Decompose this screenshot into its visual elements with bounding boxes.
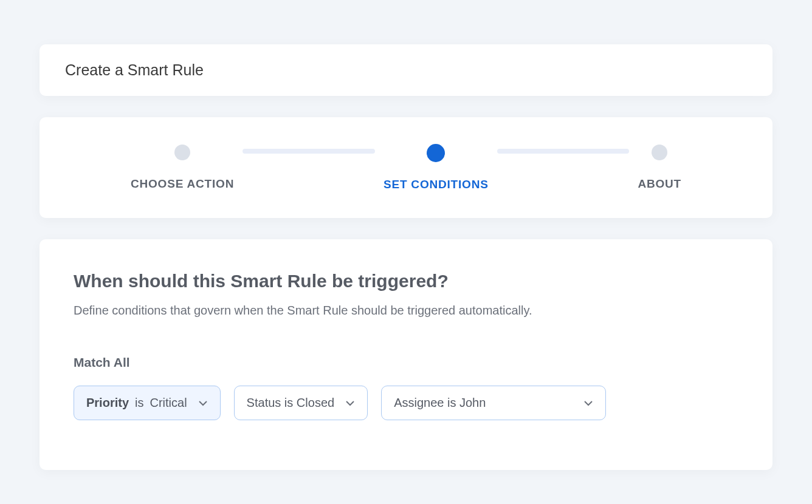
condition-status[interactable]: Status is Closed — [234, 386, 368, 420]
chevron-down-icon — [583, 400, 593, 406]
conditions-row: Priority is Critical Status is Closed As… — [74, 386, 738, 420]
step-choose-action[interactable]: CHOOSE ACTION — [131, 145, 234, 191]
header-card: Create a Smart Rule — [40, 44, 772, 96]
condition-text: Status is Closed — [247, 396, 335, 410]
match-all-label: Match All — [74, 355, 738, 370]
condition-operator: is — [135, 396, 143, 410]
condition-key: Priority — [86, 396, 129, 410]
step-label: CHOOSE ACTION — [131, 177, 234, 191]
conditions-heading: When should this Smart Rule be triggered… — [74, 271, 738, 291]
chevron-down-icon — [198, 400, 208, 406]
chevron-down-icon — [345, 400, 355, 406]
step-dot-icon — [427, 144, 445, 162]
condition-value: Critical — [150, 396, 187, 410]
step-about[interactable]: ABOUT — [638, 145, 681, 191]
step-label: ABOUT — [638, 177, 681, 191]
condition-priority[interactable]: Priority is Critical — [74, 386, 221, 420]
step-connector-line — [243, 149, 375, 154]
condition-text: Assignee is John — [394, 396, 486, 410]
conditions-card: When should this Smart Rule be triggered… — [40, 239, 772, 470]
step-dot-icon — [174, 145, 190, 160]
step-connector-line — [497, 149, 630, 154]
step-label: SET CONDITIONS — [384, 178, 489, 191]
page-title: Create a Smart Rule — [65, 61, 747, 79]
conditions-subheading: Define conditions that govern when the S… — [74, 304, 738, 318]
condition-assignee[interactable]: Assignee is John — [381, 386, 606, 420]
stepper-card: CHOOSE ACTION SET CONDITIONS ABOUT — [40, 117, 772, 218]
step-dot-icon — [652, 145, 667, 160]
stepper: CHOOSE ACTION SET CONDITIONS ABOUT — [131, 144, 681, 191]
step-set-conditions[interactable]: SET CONDITIONS — [384, 144, 489, 191]
